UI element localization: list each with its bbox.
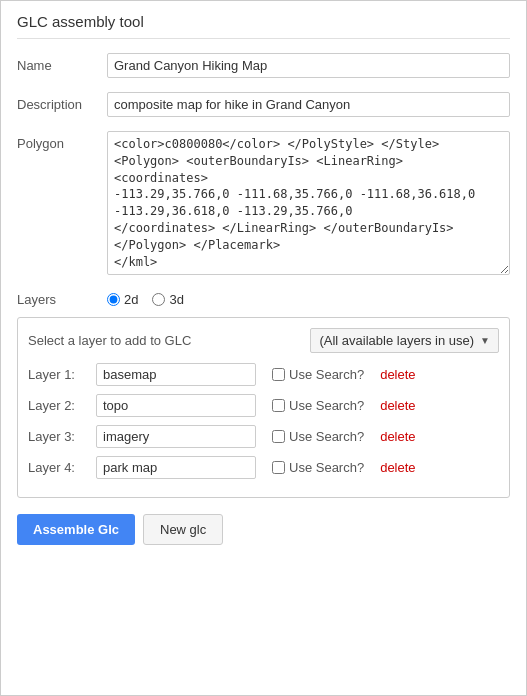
layer-1-input-container xyxy=(96,363,256,386)
layers-header-row: Layers 2d 3d xyxy=(17,292,510,307)
polygon-field-group: Polygon <color>c0800080</color> </PolySt… xyxy=(17,131,510,278)
main-window: GLC assembly tool Name Description Polyg… xyxy=(0,0,527,696)
name-input-container xyxy=(107,53,510,78)
layer-1-input[interactable] xyxy=(96,363,256,386)
layer-row-4: Layer 4: Use Search? delete xyxy=(28,456,499,479)
description-input[interactable] xyxy=(107,92,510,117)
layer-1-label: Layer 1: xyxy=(28,367,88,382)
layer-1-use-search-checkbox[interactable] xyxy=(272,368,285,381)
polygon-input-container: <color>c0800080</color> </PolyStyle> </S… xyxy=(107,131,510,278)
layer-2-use-search-group: Use Search? xyxy=(272,398,364,413)
layer-dropdown-text: (All available layers in use) xyxy=(319,333,474,348)
name-input[interactable] xyxy=(107,53,510,78)
name-label: Name xyxy=(17,53,107,73)
layer-4-input[interactable] xyxy=(96,456,256,479)
layer-3-use-search-group: Use Search? xyxy=(272,429,364,444)
layer-4-use-search-group: Use Search? xyxy=(272,460,364,475)
layer-select-container: Select a layer to add to GLC (All availa… xyxy=(17,317,510,498)
layer-4-input-container xyxy=(96,456,256,479)
layer-4-delete-button[interactable]: delete xyxy=(380,460,415,475)
layer-2-label: Layer 2: xyxy=(28,398,88,413)
layer-2-delete-button[interactable]: delete xyxy=(380,398,415,413)
layer-3-input[interactable] xyxy=(96,425,256,448)
layer-4-label: Layer 4: xyxy=(28,460,88,475)
assemble-glc-button[interactable]: Assemble Glc xyxy=(17,514,135,545)
description-label: Description xyxy=(17,92,107,112)
layer-1-use-search-label: Use Search? xyxy=(289,367,364,382)
layer-3-input-container xyxy=(96,425,256,448)
new-glc-button[interactable]: New glc xyxy=(143,514,223,545)
layer-row-2: Layer 2: Use Search? delete xyxy=(28,394,499,417)
layer-3-label: Layer 3: xyxy=(28,429,88,444)
name-field-group: Name xyxy=(17,53,510,78)
layer-1-use-search-group: Use Search? xyxy=(272,367,364,382)
layer-3-use-search-checkbox[interactable] xyxy=(272,430,285,443)
polygon-textarea[interactable]: <color>c0800080</color> </PolyStyle> </S… xyxy=(107,131,510,275)
description-input-container xyxy=(107,92,510,117)
chevron-down-icon: ▼ xyxy=(480,335,490,346)
layer-3-use-search-label: Use Search? xyxy=(289,429,364,444)
radio-3d-input[interactable] xyxy=(152,293,165,306)
polygon-label: Polygon xyxy=(17,131,107,151)
layer-row-3: Layer 3: Use Search? delete xyxy=(28,425,499,448)
footer-buttons: Assemble Glc New glc xyxy=(17,514,510,545)
layers-section: Layers 2d 3d Select a layer to add to GL… xyxy=(17,292,510,498)
layer-3-delete-button[interactable]: delete xyxy=(380,429,415,444)
layer-2-use-search-checkbox[interactable] xyxy=(272,399,285,412)
layer-2-input[interactable] xyxy=(96,394,256,417)
radio-2d[interactable]: 2d xyxy=(107,292,138,307)
layers-label: Layers xyxy=(17,292,107,307)
layer-2-use-search-label: Use Search? xyxy=(289,398,364,413)
layer-select-header: Select a layer to add to GLC (All availa… xyxy=(28,328,499,353)
window-title: GLC assembly tool xyxy=(17,13,510,39)
layer-1-delete-button[interactable]: delete xyxy=(380,367,415,382)
radio-2d-label: 2d xyxy=(124,292,138,307)
radio-2d-input[interactable] xyxy=(107,293,120,306)
layer-2-input-container xyxy=(96,394,256,417)
description-field-group: Description xyxy=(17,92,510,117)
layer-4-use-search-checkbox[interactable] xyxy=(272,461,285,474)
radio-3d-label: 3d xyxy=(169,292,183,307)
layer-row-1: Layer 1: Use Search? delete xyxy=(28,363,499,386)
layers-radio-group: 2d 3d xyxy=(107,292,184,307)
layer-4-use-search-label: Use Search? xyxy=(289,460,364,475)
layer-dropdown[interactable]: (All available layers in use) ▼ xyxy=(310,328,499,353)
radio-3d[interactable]: 3d xyxy=(152,292,183,307)
layer-select-label: Select a layer to add to GLC xyxy=(28,333,191,348)
